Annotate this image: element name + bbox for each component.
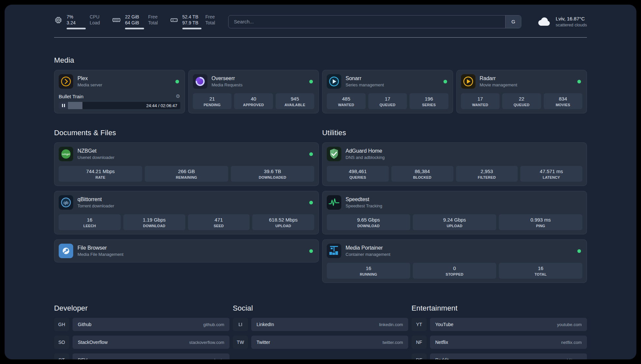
app-card-adguard[interactable]: AdGuard Home DNS and adblocking 498,461 … [322,142,587,186]
status-dot [309,201,313,204]
app-subtitle: Media server [77,82,102,87]
app-card-portainer[interactable]: Media Portainer Container management 16 … [322,239,587,283]
topbar-divider [54,37,587,38]
stat-latency: 47.571 ms LATENCY [520,166,582,182]
section-title-utilities: Utilities [322,129,587,137]
topbar: 7% 3.24 CPU Load 22 GiB 64 GiB [54,5,587,29]
svg-text:nzbget: nzbget [62,153,70,156]
app-card-sonarr[interactable]: Sonarr Series management 485 WANTED 17 Q… [322,70,453,113]
app-title: Sonarr [346,76,384,81]
progress-fill [68,102,82,109]
bookmark-linkedin[interactable]: LI LinkedIn linkedin.com [233,318,408,331]
app-title: qBittorrent [77,197,114,202]
status-dot [175,80,179,83]
plex-icon [59,74,73,89]
stat-queries: 498,461 QUERIES [327,166,389,182]
now-playing-title: Bullet Train [59,94,83,99]
app-subtitle: Speedtest Tracking [346,203,382,208]
app-title: AdGuard Home [346,148,385,154]
app-card-nzbget[interactable]: nzbget NZBGet Usenet downloader 744.21 M… [54,142,319,186]
app-card-filebrowser[interactable]: File Browser Media File Management [54,239,319,262]
bookmark-twitter[interactable]: TW Twitter twitter.com [233,336,408,349]
memory-widget: 22 GiB 64 GiB Free Total [112,14,158,29]
app-card-qbittorrent[interactable]: qb qBittorrent Torrent downloader 16 LEE… [54,191,319,234]
stat-available: 945 AVAILABLE [276,93,315,109]
stat-wanted: 17 WANTED [461,93,500,109]
app-card-plex[interactable]: Plex Media server Bullet Train ⚙ 24:44 /… [54,70,185,113]
bookmark-abbr: RE [412,353,427,359]
weather-condition: scattered clouds [556,22,587,28]
pause-button[interactable] [59,102,68,109]
app-card-overseerr[interactable]: Overseerr Media Requests 21 PENDING 40 A… [188,70,319,113]
app-card-radarr[interactable]: Radarr Movie management 17 WANTED 22 QUE… [456,70,587,113]
cpu-values: 7% 3.24 [67,14,86,29]
bookmark-stackoverflow[interactable]: SO StackOverflow stackoverflow.com [54,336,229,349]
cpu-usage: 7% [67,14,86,20]
bookmark-youtube[interactable]: YT YouTube youtube.com [412,318,587,331]
app-title: Speedtest [346,197,382,202]
stat-approved: 40 APPROVED [234,93,273,109]
cpu-icon [54,16,63,24]
disk-usage-bar [182,28,201,29]
app-card-speedtest[interactable]: Speedtest Speedtest Tracking 9.65 Gbps D… [322,191,587,234]
stat-upload: 618.52 Mbps UPLOAD [252,214,314,230]
stat-running: 16 RUNNING [327,263,410,279]
stat-remaining: 266 GB REMAINING [145,166,228,182]
section-documents: Documents & Files nzbget NZBGet Usenet d… [54,129,319,262]
stat-download: 9.65 Gbps DOWNLOAD [327,214,410,230]
weather-widget: Lviv, 16.87°C scattered clouds [537,15,587,28]
app-subtitle: Media Requests [212,82,243,87]
search-bar: G [228,15,521,28]
bookmark-dev[interactable]: DT DEV dev.to [54,353,229,359]
gear-icon[interactable]: ⚙ [176,93,180,99]
bookmark-abbr: GH [54,318,69,331]
bookmark-netflix[interactable]: NF Netflix netflix.com [412,336,587,349]
bookmark-github[interactable]: GH Github github.com [54,318,229,331]
stat-download: 1.19 Gbps DOWNLOAD [123,214,185,230]
app-subtitle: DNS and adblocking [346,155,385,160]
section-utilities: Utilities AdGuard Home DNS and adblo [322,129,587,283]
bookmark-abbr: LI [233,318,248,331]
app-title: Radarr [480,76,517,81]
resource-widgets: 7% 3.24 CPU Load 22 GiB 64 GiB [54,14,215,29]
bookmark-reddit[interactable]: RE Reddit reddit.com [412,353,587,359]
app-title: Overseerr [212,76,243,81]
cpu-load-avg: 3.24 [67,20,86,26]
svg-text:qb: qb [64,200,68,205]
stat-stopped: 0 STOPPED [413,263,496,279]
disk-icon [170,16,178,24]
memory-total: 64 GiB [125,20,144,26]
search-provider-button[interactable]: G [505,15,521,28]
overseerr-icon [193,74,207,89]
adguard-icon [327,147,341,161]
bookmark-group-social: Social LI LinkedIn linkedin.com TW Twitt… [233,304,408,349]
bookmark-abbr: YT [412,318,427,331]
qbittorrent-icon: qb [59,195,73,210]
cpu-usage-bar [67,28,86,29]
disk-total: 97.9 TB [182,20,201,26]
stat-series: 196 SERIES [410,93,448,109]
app-subtitle: Torrent downloader [77,203,114,208]
app-title: NZBGet [77,148,114,154]
memory-labels: Free Total [148,14,158,26]
stat-queued: 22 QUEUED [502,93,541,109]
disk-labels: Free Total [205,14,215,26]
stat-ping: 0.993 ms PING [499,214,582,230]
section-title-documents: Documents & Files [54,129,319,137]
screen-frame: 7% 3.24 CPU Load 22 GiB 64 GiB [0,0,641,364]
bookmark-abbr: NF [412,336,427,349]
bookmark-abbr: TW [233,336,248,349]
status-dot [577,80,581,83]
app-subtitle: Container management [346,252,390,257]
app-title: File Browser [77,245,123,251]
section-title-social: Social [233,304,408,313]
memory-free: 22 GiB [125,14,144,20]
playback-progress-bar[interactable]: 24:44 / 02:06:47 [59,102,180,109]
app-title: Plex [77,76,102,81]
weather-location: Lviv, 16.87°C [556,15,587,22]
cloud-icon [537,16,551,27]
stat-pending: 21 PENDING [193,93,232,109]
app-title: Media Portainer [346,245,390,251]
bookmark-group-developer: Developer GH Github github.com SO StackO… [54,304,229,359]
search-input[interactable] [229,15,505,28]
